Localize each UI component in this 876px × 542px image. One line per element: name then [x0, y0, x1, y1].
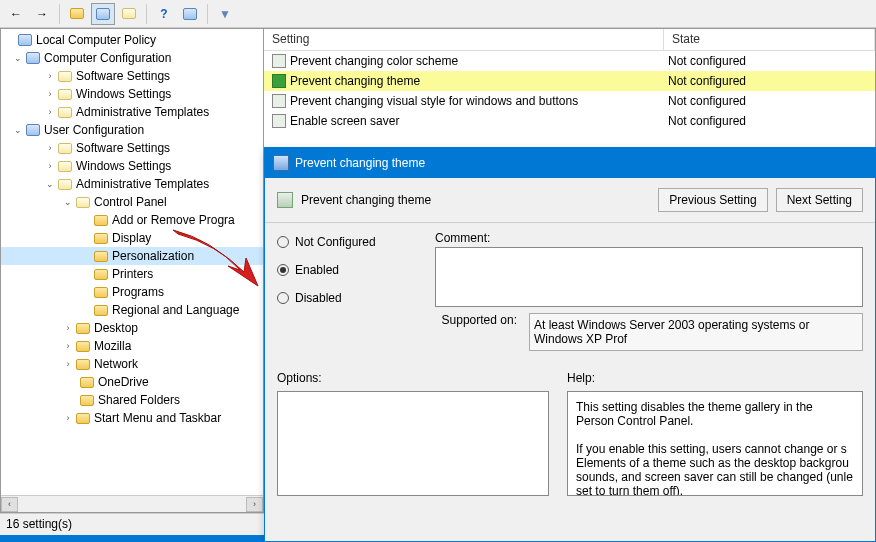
tree-body[interactable]: Local Computer Policy ⌄Computer Configur…: [1, 29, 263, 495]
folder-icon: [58, 161, 72, 172]
tree-label: Administrative Templates: [76, 105, 209, 119]
expander-icon[interactable]: ›: [61, 357, 75, 371]
expander-icon[interactable]: ›: [61, 321, 75, 335]
tree-item[interactable]: OneDrive: [1, 373, 263, 391]
comment-textarea[interactable]: [435, 247, 863, 307]
list-export-icon: [122, 8, 136, 19]
options-box[interactable]: [277, 391, 549, 496]
export-button[interactable]: [65, 3, 89, 25]
tree-control-panel[interactable]: ⌄Control Panel: [1, 193, 263, 211]
col-header-setting[interactable]: Setting: [264, 29, 664, 50]
tree-item[interactable]: Shared Folders: [1, 391, 263, 409]
previous-setting-button[interactable]: Previous Setting: [658, 188, 767, 212]
radio-label: Enabled: [295, 263, 339, 277]
tree-label: Desktop: [94, 321, 138, 335]
expander-icon[interactable]: ›: [43, 87, 57, 101]
tree-item[interactable]: ›Software Settings: [1, 139, 263, 157]
folder-icon: [58, 179, 72, 190]
expander-icon[interactable]: ›: [43, 141, 57, 155]
list-row[interactable]: Prevent changing color scheme Not config…: [264, 51, 875, 71]
tree-item[interactable]: Printers: [1, 265, 263, 283]
tree-item[interactable]: Programs: [1, 283, 263, 301]
tree-item[interactable]: ›Windows Settings: [1, 157, 263, 175]
expander-icon[interactable]: ⌄: [43, 177, 57, 191]
setting-icon: [272, 94, 286, 108]
expander-icon[interactable]: ›: [61, 339, 75, 353]
dialog-title: Prevent changing theme: [295, 156, 425, 170]
tree-label: Control Panel: [94, 195, 167, 209]
help-button[interactable]: ?: [152, 3, 176, 25]
tree-item[interactable]: Display: [1, 229, 263, 247]
tree-icon: [96, 8, 110, 20]
dialog-header-title: Prevent changing theme: [301, 193, 431, 207]
comment-label: Comment:: [435, 231, 863, 245]
tree-label: Regional and Language: [112, 303, 239, 317]
expander-icon[interactable]: ⌄: [11, 123, 25, 137]
forward-arrow-icon: →: [36, 7, 48, 21]
dialog-titlebar[interactable]: Prevent changing theme: [265, 148, 875, 178]
expander-icon[interactable]: ⌄: [11, 51, 25, 65]
tree-label: Start Menu and Taskbar: [94, 411, 221, 425]
scroll-right-icon[interactable]: ›: [246, 497, 263, 512]
tree-label: Add or Remove Progra: [112, 213, 235, 227]
supported-label: Supported on:: [435, 313, 517, 327]
radio-label: Not Configured: [295, 235, 376, 249]
tree-item[interactable]: ›Desktop: [1, 319, 263, 337]
scroll-left-icon[interactable]: ‹: [1, 497, 18, 512]
radio-button-icon: [277, 292, 289, 304]
tree-root[interactable]: Local Computer Policy: [1, 31, 263, 49]
tree-item[interactable]: Regional and Language: [1, 301, 263, 319]
tree-label: Local Computer Policy: [36, 33, 156, 47]
export-list-button[interactable]: [117, 3, 141, 25]
expander-icon[interactable]: ›: [61, 411, 75, 425]
show-tree-button[interactable]: [91, 3, 115, 25]
expander-icon[interactable]: ›: [43, 105, 57, 119]
tree-label: Software Settings: [76, 69, 170, 83]
tree-item[interactable]: ›Network: [1, 355, 263, 373]
tree-item[interactable]: Add or Remove Progra: [1, 211, 263, 229]
folder-icon: [94, 233, 108, 244]
radio-not-configured[interactable]: Not Configured: [277, 235, 417, 249]
expander-icon[interactable]: ›: [43, 159, 57, 173]
tree-label: Network: [94, 357, 138, 371]
tree-horizontal-scrollbar[interactable]: ‹ ›: [1, 495, 263, 512]
tree-administrative-templates[interactable]: ⌄Administrative Templates: [1, 175, 263, 193]
tree-label: Printers: [112, 267, 153, 281]
tree-item[interactable]: ›Mozilla: [1, 337, 263, 355]
forward-button[interactable]: →: [30, 3, 54, 25]
toolbar-separator: [207, 4, 208, 24]
back-button[interactable]: ←: [4, 3, 28, 25]
filter-button[interactable]: ▼: [213, 3, 237, 25]
policy-icon: [277, 192, 293, 208]
columns-button[interactable]: [178, 3, 202, 25]
tree-personalization[interactable]: Personalization: [1, 247, 263, 265]
next-setting-button[interactable]: Next Setting: [776, 188, 863, 212]
expander-icon[interactable]: [3, 33, 17, 47]
setting-label: Prevent changing color scheme: [290, 54, 458, 68]
list-row-highlighted[interactable]: Prevent changing theme Not configured: [264, 71, 875, 91]
radio-button-icon: [277, 236, 289, 248]
tree-user-configuration[interactable]: ⌄User Configuration: [1, 121, 263, 139]
tree-item[interactable]: ›Administrative Templates: [1, 103, 263, 121]
tree-item[interactable]: ›Start Menu and Taskbar: [1, 409, 263, 427]
list-row[interactable]: Prevent changing visual style for window…: [264, 91, 875, 111]
setting-state: Not configured: [664, 94, 875, 108]
folder-icon: [58, 107, 72, 118]
radio-disabled[interactable]: Disabled: [277, 291, 417, 305]
expander-icon[interactable]: ⌄: [61, 195, 75, 209]
list-row[interactable]: Enable screen saver Not configured: [264, 111, 875, 131]
col-header-state[interactable]: State: [664, 29, 875, 50]
tree-item[interactable]: ›Software Settings: [1, 67, 263, 85]
tree-computer-configuration[interactable]: ⌄Computer Configuration: [1, 49, 263, 67]
folder-icon: [76, 359, 90, 370]
tree-item[interactable]: ›Windows Settings: [1, 85, 263, 103]
setting-label: Enable screen saver: [290, 114, 399, 128]
tree-label: Programs: [112, 285, 164, 299]
folder-icon: [94, 251, 108, 262]
user-icon: [26, 124, 40, 136]
setting-label: Prevent changing visual style for window…: [290, 94, 578, 108]
policy-root-icon: [18, 34, 32, 46]
radio-enabled[interactable]: Enabled: [277, 263, 417, 277]
expander-icon[interactable]: ›: [43, 69, 57, 83]
setting-icon: [272, 114, 286, 128]
